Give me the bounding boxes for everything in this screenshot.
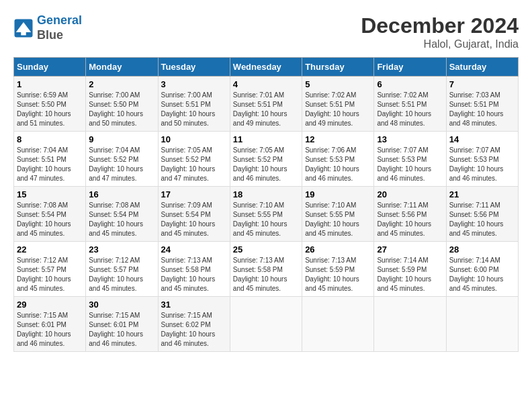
day-info: Sunrise: 7:10 AM Sunset: 5:55 PM Dayligh… <box>305 201 371 238</box>
day-info: Sunrise: 7:11 AM Sunset: 5:56 PM Dayligh… <box>449 201 515 238</box>
empty-cell <box>374 297 446 352</box>
day-info: Sunrise: 7:07 AM Sunset: 5:53 PM Dayligh… <box>449 146 515 183</box>
day-number: 13 <box>377 134 443 144</box>
svg-rect-2 <box>21 32 26 36</box>
calendar-week-row: 15 Sunrise: 7:08 AM Sunset: 5:54 PM Dayl… <box>14 187 519 242</box>
day-info: Sunrise: 7:05 AM Sunset: 5:52 PM Dayligh… <box>233 146 299 183</box>
day-cell-11: 11 Sunrise: 7:05 AM Sunset: 5:52 PM Dayl… <box>230 132 302 187</box>
day-cell-14: 14 Sunrise: 7:07 AM Sunset: 5:53 PM Dayl… <box>446 132 518 187</box>
day-number: 25 <box>233 244 299 255</box>
title-block: December 2024 Halol, Gujarat, India <box>361 13 519 50</box>
day-cell-18: 18 Sunrise: 7:10 AM Sunset: 5:55 PM Dayl… <box>230 187 302 242</box>
day-number: 12 <box>305 134 371 144</box>
day-cell-4: 4 Sunrise: 7:01 AM Sunset: 5:51 PM Dayli… <box>230 77 302 132</box>
day-number: 11 <box>233 134 299 144</box>
day-number: 8 <box>17 134 83 144</box>
day-cell-15: 15 Sunrise: 7:08 AM Sunset: 5:54 PM Dayl… <box>14 187 86 242</box>
day-info: Sunrise: 7:13 AM Sunset: 5:58 PM Dayligh… <box>161 256 227 293</box>
day-cell-12: 12 Sunrise: 7:06 AM Sunset: 5:53 PM Dayl… <box>302 132 374 187</box>
day-info: Sunrise: 7:02 AM Sunset: 5:51 PM Dayligh… <box>305 91 371 128</box>
header-friday: Friday <box>374 58 446 77</box>
day-cell-6: 6 Sunrise: 7:02 AM Sunset: 5:51 PM Dayli… <box>374 77 446 132</box>
day-info: Sunrise: 7:05 AM Sunset: 5:52 PM Dayligh… <box>161 146 227 183</box>
header-sunday: Sunday <box>14 58 86 77</box>
day-number: 1 <box>17 79 83 89</box>
day-cell-28: 28 Sunrise: 7:14 AM Sunset: 6:00 PM Dayl… <box>446 242 518 297</box>
calendar-week-row: 1 Sunrise: 6:59 AM Sunset: 5:50 PM Dayli… <box>14 77 519 132</box>
logo-icon <box>13 18 34 38</box>
day-cell-5: 5 Sunrise: 7:02 AM Sunset: 5:51 PM Dayli… <box>302 77 374 132</box>
day-info: Sunrise: 7:08 AM Sunset: 5:54 PM Dayligh… <box>89 201 154 238</box>
day-cell-31: 31 Sunrise: 7:15 AM Sunset: 6:02 PM Dayl… <box>158 297 230 352</box>
day-info: Sunrise: 7:13 AM Sunset: 5:58 PM Dayligh… <box>233 256 299 293</box>
day-number: 18 <box>233 189 299 199</box>
day-cell-9: 9 Sunrise: 7:04 AM Sunset: 5:52 PM Dayli… <box>86 132 158 187</box>
day-number: 31 <box>161 300 227 310</box>
day-number: 10 <box>161 134 227 144</box>
day-number: 2 <box>89 79 154 89</box>
day-cell-13: 13 Sunrise: 7:07 AM Sunset: 5:53 PM Dayl… <box>374 132 446 187</box>
logo-line1: General <box>37 13 82 27</box>
empty-cell <box>302 297 374 352</box>
header-thursday: Thursday <box>302 58 374 77</box>
calendar-week-row: 22 Sunrise: 7:12 AM Sunset: 5:57 PM Dayl… <box>14 242 519 297</box>
day-info: Sunrise: 7:11 AM Sunset: 5:56 PM Dayligh… <box>377 201 443 238</box>
page-header: General Blue December 2024 Halol, Gujara… <box>13 13 519 50</box>
header-wednesday: Wednesday <box>230 58 302 77</box>
day-cell-22: 22 Sunrise: 7:12 AM Sunset: 5:57 PM Dayl… <box>14 242 86 297</box>
day-number: 9 <box>89 134 154 144</box>
day-info: Sunrise: 6:59 AM Sunset: 5:50 PM Dayligh… <box>17 91 83 128</box>
day-info: Sunrise: 7:15 AM Sunset: 6:01 PM Dayligh… <box>89 311 154 349</box>
day-info: Sunrise: 7:00 AM Sunset: 5:51 PM Dayligh… <box>161 91 227 128</box>
day-cell-1: 1 Sunrise: 6:59 AM Sunset: 5:50 PM Dayli… <box>14 77 86 132</box>
day-number: 26 <box>305 244 371 255</box>
day-cell-19: 19 Sunrise: 7:10 AM Sunset: 5:55 PM Dayl… <box>302 187 374 242</box>
day-info: Sunrise: 7:13 AM Sunset: 5:59 PM Dayligh… <box>305 256 371 293</box>
day-number: 22 <box>17 244 83 255</box>
day-info: Sunrise: 7:03 AM Sunset: 5:51 PM Dayligh… <box>449 91 515 128</box>
month-title: December 2024 <box>361 13 519 38</box>
day-number: 5 <box>305 79 371 89</box>
day-info: Sunrise: 7:09 AM Sunset: 5:54 PM Dayligh… <box>161 201 227 238</box>
day-number: 30 <box>89 300 154 310</box>
day-info: Sunrise: 7:08 AM Sunset: 5:54 PM Dayligh… <box>17 201 83 238</box>
day-number: 7 <box>449 79 515 89</box>
day-number: 16 <box>89 189 154 199</box>
calendar-table: Sunday Monday Tuesday Wednesday Thursday… <box>13 57 519 352</box>
day-number: 24 <box>161 244 227 255</box>
day-cell-27: 27 Sunrise: 7:14 AM Sunset: 5:59 PM Dayl… <box>374 242 446 297</box>
day-info: Sunrise: 7:15 AM Sunset: 6:02 PM Dayligh… <box>161 311 227 349</box>
day-cell-29: 29 Sunrise: 7:15 AM Sunset: 6:01 PM Dayl… <box>14 297 86 352</box>
day-number: 15 <box>17 189 83 199</box>
day-info: Sunrise: 7:10 AM Sunset: 5:55 PM Dayligh… <box>233 201 299 238</box>
day-number: 21 <box>449 189 515 199</box>
day-cell-25: 25 Sunrise: 7:13 AM Sunset: 5:58 PM Dayl… <box>230 242 302 297</box>
day-cell-20: 20 Sunrise: 7:11 AM Sunset: 5:56 PM Dayl… <box>374 187 446 242</box>
day-info: Sunrise: 7:15 AM Sunset: 6:01 PM Dayligh… <box>17 311 83 349</box>
day-number: 14 <box>449 134 515 144</box>
day-number: 19 <box>305 189 371 199</box>
header-monday: Monday <box>86 58 158 77</box>
day-info: Sunrise: 7:12 AM Sunset: 5:57 PM Dayligh… <box>17 256 83 293</box>
day-cell-7: 7 Sunrise: 7:03 AM Sunset: 5:51 PM Dayli… <box>446 77 518 132</box>
day-cell-21: 21 Sunrise: 7:11 AM Sunset: 5:56 PM Dayl… <box>446 187 518 242</box>
day-number: 6 <box>377 79 443 89</box>
day-info: Sunrise: 7:04 AM Sunset: 5:52 PM Dayligh… <box>89 146 154 183</box>
day-cell-2: 2 Sunrise: 7:00 AM Sunset: 5:50 PM Dayli… <box>86 77 158 132</box>
day-cell-26: 26 Sunrise: 7:13 AM Sunset: 5:59 PM Dayl… <box>302 242 374 297</box>
day-info: Sunrise: 7:07 AM Sunset: 5:53 PM Dayligh… <box>377 146 443 183</box>
day-number: 3 <box>161 79 227 89</box>
day-number: 27 <box>377 244 443 255</box>
day-cell-23: 23 Sunrise: 7:12 AM Sunset: 5:57 PM Dayl… <box>86 242 158 297</box>
header-saturday: Saturday <box>446 58 518 77</box>
day-number: 17 <box>161 189 227 199</box>
empty-cell <box>230 297 302 352</box>
empty-cell <box>446 297 518 352</box>
day-cell-8: 8 Sunrise: 7:04 AM Sunset: 5:51 PM Dayli… <box>14 132 86 187</box>
day-info: Sunrise: 7:06 AM Sunset: 5:53 PM Dayligh… <box>305 146 371 183</box>
day-info: Sunrise: 7:14 AM Sunset: 5:59 PM Dayligh… <box>377 256 443 293</box>
logo: General Blue <box>13 13 82 42</box>
day-number: 28 <box>449 244 515 255</box>
day-cell-30: 30 Sunrise: 7:15 AM Sunset: 6:01 PM Dayl… <box>86 297 158 352</box>
calendar-week-row: 8 Sunrise: 7:04 AM Sunset: 5:51 PM Dayli… <box>14 132 519 187</box>
